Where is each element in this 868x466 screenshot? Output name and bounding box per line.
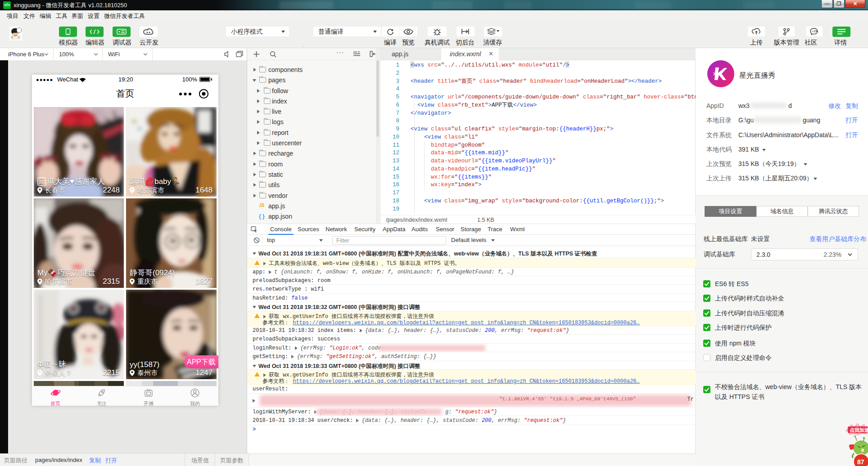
svg-text:点我加速: 点我加速 <box>850 427 868 433</box>
svg-text:87: 87 <box>857 458 864 466</box>
